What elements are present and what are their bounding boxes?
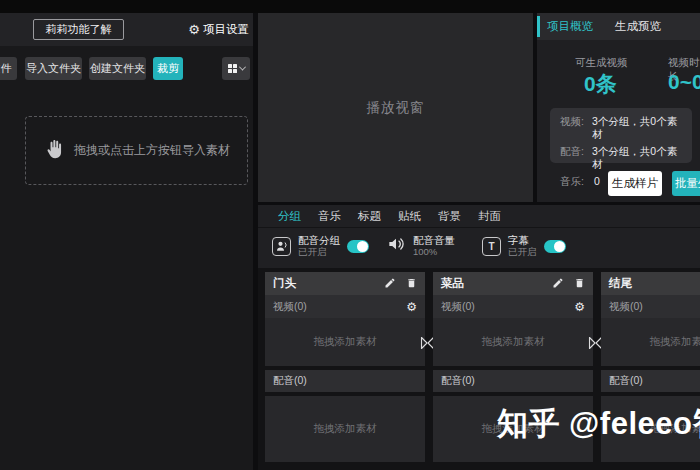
feature-info-button[interactable]: 莉莉功能了解 <box>33 19 124 40</box>
generate-sample-button[interactable]: 生成样片 <box>608 171 662 196</box>
group-card-header: 门头 <box>265 272 425 295</box>
video-slot-label: 视频(0) <box>441 300 475 314</box>
tab-generate-preview[interactable]: 生成预览 <box>615 19 661 34</box>
subtitle-setting: T 字幕 已开启 <box>482 233 566 259</box>
create-folder-button[interactable]: 创建文件夹 <box>89 57 146 80</box>
voice-group-toggle[interactable] <box>347 240 369 253</box>
tab-title[interactable]: 标题 <box>358 209 381 224</box>
batch-generate-button[interactable]: 批量生成 <box>672 171 700 196</box>
dub-volume-value: 100% <box>413 246 455 258</box>
tab-groups[interactable]: 分组 <box>278 209 301 224</box>
project-settings-button[interactable]: ⚙ 项目设置 <box>188 13 249 46</box>
video-slot-label: 视频(0) <box>273 300 307 314</box>
chevron-down-icon <box>238 64 245 71</box>
stats-box: 视频: 3个分组，共0个素材 配音: 3个分组，共0个素材 音乐: 0 <box>550 108 692 163</box>
library-header: 莉莉功能了解 ⚙ 项目设置 <box>0 13 253 46</box>
group-name: 菜品 <box>441 276 552 291</box>
dropzone-hint: 拖拽添加素材 <box>314 335 377 349</box>
view-mode-button[interactable] <box>222 57 250 80</box>
video-settings-icon[interactable]: ⚙ <box>574 301 585 313</box>
group-card-header: 结尾 <box>601 272 700 295</box>
import-dropzone[interactable]: 拖拽或点击上方按钮导入素材 <box>25 116 248 185</box>
video-dropzone[interactable]: 拖拽添加素材 <box>433 318 593 366</box>
tab-project-overview[interactable]: 项目概览 <box>547 19 593 34</box>
video-dropzone[interactable]: 拖拽添加素材 <box>601 318 700 366</box>
subtitle-toggle[interactable] <box>544 240 566 253</box>
dub-volume-setting: 配音音量 100% <box>386 233 455 259</box>
generatable-video-value: 0条 <box>584 70 617 98</box>
group-name: 门头 <box>273 276 384 291</box>
player-window: 播放视窗 <box>258 13 533 202</box>
video-slot-row: 视频(0) ⚙ <box>433 295 593 318</box>
dropzone-hint: 拖拽添加素材 <box>650 335 700 349</box>
tab-background[interactable]: 背景 <box>438 209 461 224</box>
subtitle-t-icon: T <box>482 237 501 256</box>
stat-label: 音乐: <box>560 175 594 188</box>
accent-bar <box>537 16 540 37</box>
video-duration-value: 0~0 <box>668 70 700 94</box>
player-placeholder-text: 播放视窗 <box>367 99 425 117</box>
video-slot-row: 视频(0) ⚙ <box>265 295 425 318</box>
grid-view-icon <box>228 64 237 73</box>
app-window: 莉莉功能了解 ⚙ 项目设置 导入文件 导入文件夹 创建文件夹 裁剪 拖拽或点击上… <box>0 0 700 470</box>
import-file-button[interactable]: 导入文件 <box>0 57 17 80</box>
project-settings-label: 项目设置 <box>203 22 249 37</box>
hand-icon <box>43 138 65 164</box>
subtitle-status: 已开启 <box>508 246 537 258</box>
dub-slot-label: 配音(0) <box>441 374 475 388</box>
gear-icon: ⚙ <box>188 23 200 36</box>
edit-icon[interactable] <box>384 275 396 293</box>
subtitle-label: 字幕 <box>508 234 537 246</box>
editor-tabs: 分组 音乐 标题 贴纸 背景 封面 <box>258 205 700 228</box>
voice-group-status: 已开启 <box>298 246 340 258</box>
dub-slot-row: 配音(0) <box>433 370 593 392</box>
tab-sticker[interactable]: 贴纸 <box>398 209 421 224</box>
speaker-icon <box>386 234 406 258</box>
import-hint-text: 拖拽或点击上方按钮导入素材 <box>74 142 230 159</box>
stat-value: 3个分组，共0个素材 <box>592 115 682 141</box>
dub-slot-label: 配音(0) <box>273 374 307 388</box>
dropzone-hint: 拖拽添加素材 <box>314 422 377 436</box>
dub-slot-row: 配音(0) <box>601 370 700 392</box>
group-name: 结尾 <box>609 276 700 291</box>
dub-slot-label: 配音(0) <box>609 374 643 388</box>
voice-group-label: 配音分组 <box>298 234 340 246</box>
dub-dropzone[interactable]: 拖拽添加素材 <box>265 396 425 462</box>
voice-group-setting: 配音分组 已开启 <box>272 233 369 259</box>
top-strip <box>0 0 700 13</box>
video-settings-icon[interactable]: ⚙ <box>406 301 417 313</box>
crop-button[interactable]: 裁剪 <box>153 57 183 80</box>
tab-music[interactable]: 音乐 <box>318 209 341 224</box>
group-card-header: 菜品 <box>433 272 593 295</box>
import-folder-button[interactable]: 导入文件夹 <box>25 57 82 80</box>
stat-value: 0 <box>594 175 600 188</box>
delete-icon[interactable] <box>574 275 585 293</box>
dropzone-hint: 拖拽添加素材 <box>482 335 545 349</box>
dub-volume-label: 配音音量 <box>413 234 455 246</box>
stat-row-dub: 配音: 3个分组，共0个素材 <box>560 145 682 171</box>
video-slot-label: 视频(0) <box>609 300 643 314</box>
video-dropzone[interactable]: 拖拽添加素材 <box>265 318 425 366</box>
project-overview-panel: 项目概览 生成预览 可生成视频 0条 视频时长 0~0 视频: 3个分组，共0个… <box>537 13 700 202</box>
overview-tabs: 项目概览 生成预览 <box>537 13 700 40</box>
zhihu-watermark: 知乎 @feleeo智能 <box>497 403 700 445</box>
tab-cover[interactable]: 封面 <box>478 209 501 224</box>
library-toolbar: 导入文件 导入文件夹 创建文件夹 裁剪 <box>0 52 253 88</box>
generatable-video-label: 可生成视频 <box>575 56 628 70</box>
group-card-mentou: 门头 视频(0) ⚙ 拖拽添加素材 配音(0) 拖拽添加素材 <box>265 272 425 462</box>
dub-slot-row: 配音(0) <box>265 370 425 392</box>
stat-value: 3个分组，共0个素材 <box>592 145 682 171</box>
delete-icon[interactable] <box>406 275 417 293</box>
media-library-panel: 莉莉功能了解 ⚙ 项目设置 导入文件 导入文件夹 创建文件夹 裁剪 拖拽或点击上… <box>0 13 253 470</box>
stat-label: 视频: <box>560 115 592 141</box>
stat-row-video: 视频: 3个分组，共0个素材 <box>560 115 682 141</box>
edit-icon[interactable] <box>552 275 564 293</box>
stat-label: 配音: <box>560 145 592 171</box>
video-slot-row: 视频(0) ⚙ <box>601 295 700 318</box>
voice-group-icon <box>272 237 291 256</box>
